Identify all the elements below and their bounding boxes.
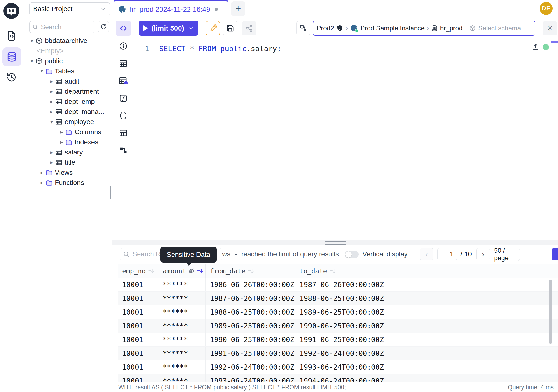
table-cell[interactable]: 10001 [118,278,158,291]
page-size-select[interactable]: 50 / page [494,248,520,261]
caret-right-icon[interactable]: ▸ [58,139,65,145]
tree-item-salary[interactable]: ▸salary [23,147,112,157]
table-cell[interactable] [385,305,524,319]
sql-editor[interactable]: 1 SELECT * FROM public.salary; [134,39,558,240]
results-scrollbar[interactable] [549,280,552,344]
table-cell[interactable]: 1988-06-25T00:00:00Z [295,292,385,305]
table-cell[interactable] [385,374,524,382]
table-cell[interactable]: ****** [158,305,206,319]
table-cell[interactable]: 1990-06-25T00:00:00Z [295,319,385,333]
tree-item-views[interactable]: ▸Views [23,167,112,178]
info-icon[interactable] [113,37,134,55]
next-page-button[interactable]: › [476,248,490,261]
table-row[interactable]: 10001******1990-06-25T00:00:00Z1991-06-2… [118,333,558,347]
select-schema-placeholder[interactable]: Select schema [478,25,521,32]
table-row[interactable]: 10001******1988-06-25T00:00:00Z1989-06-2… [118,305,558,319]
run-query-button[interactable]: (limit 500) [139,21,198,36]
caret-right-icon[interactable]: ▸ [48,78,55,84]
caret-right-icon[interactable]: ▸ [58,129,65,135]
table-cell[interactable]: ****** [158,319,206,333]
caret-right-icon[interactable]: ▸ [48,160,55,165]
vertical-display-toggle[interactable] [345,251,359,258]
worksheet-icon[interactable] [0,29,23,43]
tree-item-bbdataarchive[interactable]: ▾bbdataarchive [23,36,112,46]
table-cell[interactable]: 1989-06-25T00:00:00Z [295,305,385,319]
tree-item-dept-emp[interactable]: ▸dept_emp [23,96,112,107]
table-cell[interactable] [385,347,524,360]
table-cell[interactable]: 1988-06-25T00:00:00Z [206,305,295,319]
table-cell[interactable]: ****** [158,278,206,291]
tree-item--empty-[interactable]: <Empty> [23,46,112,56]
function-icon[interactable] [113,89,134,107]
caret-right-icon[interactable]: ▸ [48,109,55,115]
table-row[interactable]: 10001******1991-06-25T00:00:00Z1992-06-2… [118,347,558,360]
editor-results-divider[interactable] [113,240,558,245]
sort-icon[interactable] [148,268,155,274]
table-row[interactable]: 10001******1987-06-26T00:00:00Z1988-06-2… [118,292,558,305]
refresh-icon[interactable] [98,21,109,32]
table-cell[interactable]: 10001 [118,360,158,374]
user-avatar[interactable]: DE [540,2,553,15]
column-header-from_date[interactable]: from_date [206,264,295,278]
tree-search-input[interactable] [40,23,85,31]
views-icon[interactable] [113,124,134,142]
caret-right-icon[interactable]: ▸ [38,180,45,186]
table-cell[interactable]: ****** [158,347,206,360]
wrench-icon[interactable] [206,21,220,35]
caret-down-icon[interactable]: ▾ [28,58,35,64]
sort-icon[interactable] [248,268,254,274]
table-cell[interactable]: ****** [158,292,206,305]
table-cell[interactable] [385,292,524,305]
caret-right-icon[interactable]: ▸ [48,89,55,94]
tree-item-tables[interactable]: ▾Tables [23,66,112,76]
table-cell[interactable]: 10001 [118,374,158,382]
table-cell[interactable]: 1987-06-26T00:00:00Z [295,278,385,291]
table-row[interactable]: 10001******1986-06-26T00:00:00Z1987-06-2… [118,278,558,292]
caret-down-icon[interactable]: ▾ [48,119,55,125]
column-header-amount[interactable]: amount [158,264,206,278]
tab-hr-prod[interactable]: hr_prod 2024-11-22 16:49 [114,0,228,17]
tree-item-functions[interactable]: ▸Functions [23,178,112,188]
save-icon[interactable] [223,21,237,35]
history-icon[interactable] [0,70,23,84]
parentheses-icon[interactable] [113,107,134,124]
share-icon[interactable] [242,21,256,35]
table-cell[interactable]: 1993-06-24T00:00:00Z [295,360,385,374]
tree-item-dept-mana-[interactable]: ▸dept_mana... [23,107,112,117]
table-cell[interactable]: 1992-06-24T00:00:00Z [295,347,385,360]
tables-icon[interactable] [113,55,134,72]
table-cell[interactable]: 10001 [118,347,158,360]
table-cell[interactable]: 1992-06-24T00:00:00Z [206,360,295,374]
table-cell[interactable]: 1991-06-25T00:00:00Z [206,347,295,360]
caret-down-icon[interactable]: ▾ [38,68,45,74]
table-cell[interactable] [385,360,524,374]
caret-down-icon[interactable]: ▾ [28,38,35,44]
sort-icon-active[interactable] [197,268,203,274]
sort-icon[interactable] [330,268,336,274]
ai-assistant-icon[interactable]: ✳ [542,21,557,35]
bytebase-logo-icon[interactable] [3,3,19,19]
table-cell[interactable]: 10001 [118,305,158,319]
table-cell[interactable]: 1994-06-24T00:00:00Z [295,374,385,382]
table-row[interactable]: 10001******1993-06-24T00:00:00Z1994-06-2… [118,374,558,382]
table-cell[interactable] [385,278,524,291]
table-cell[interactable]: ****** [158,360,206,374]
tree-search-box[interactable] [29,21,95,33]
prev-page-button[interactable]: ‹ [420,248,434,261]
table-cell[interactable]: ****** [158,374,206,382]
code-editor-tab-icon[interactable] [116,20,131,36]
table-cell[interactable]: 1987-06-26T00:00:00Z [206,292,295,305]
column-header-to_date[interactable]: to_date [295,264,385,278]
tree-item-department[interactable]: ▸department [23,87,112,96]
table-cell[interactable] [385,333,524,346]
new-tab-button[interactable]: + [231,1,245,16]
table-cell[interactable]: 10001 [118,292,158,305]
caret-right-icon[interactable]: ▸ [48,99,55,105]
results-side-accent-button[interactable] [552,248,558,261]
batch-query-icon[interactable] [296,21,310,35]
eye-off-icon[interactable] [188,268,194,274]
tree-item-employee[interactable]: ▾employee [23,117,112,127]
table-cell[interactable]: 1986-06-26T00:00:00Z [206,278,295,291]
schema-diagram-icon[interactable] [113,142,134,159]
tree-item-columns[interactable]: ▸Columns [23,127,112,137]
